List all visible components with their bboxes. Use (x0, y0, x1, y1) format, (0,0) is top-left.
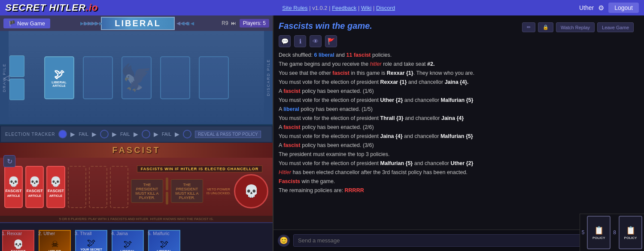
policy-card-right-icon: 📋 (626, 226, 635, 235)
feedback-link[interactable]: Feedback (332, 5, 356, 11)
liberal-role-icon-4: 🕊 (124, 239, 132, 249)
toolbar: 🏴 New Game ▶▶▶▶ LIBERAL ◀◀◀ R9 ⏭ Players… (0, 15, 273, 31)
policy-card-right-label: POLICY (624, 236, 637, 240)
new-game-button[interactable]: 🏴 New Game (3, 18, 50, 28)
round-info: R9 ⏭ (222, 20, 236, 26)
emoji-button[interactable]: 😊 (278, 235, 290, 247)
discord-link[interactable]: Discord (376, 5, 395, 11)
log-line-10: You must vote for the election of presid… (279, 132, 639, 141)
eye-icon[interactable]: 👁 (310, 35, 322, 47)
liberal-slot-5 (199, 56, 229, 99)
leave-game-button[interactable]: Leave Game (597, 22, 634, 32)
discard-pile-label: DISCARD PILE (266, 59, 270, 96)
site-rules-link[interactable]: Site Rules (282, 5, 307, 11)
draw-card-2 (9, 79, 24, 100)
chat-bubble-icon[interactable]: 💬 (279, 35, 291, 47)
site-logo: SECRET HITLER.io (5, 2, 98, 13)
liberal-policy-1: 🕊 LIBERAL ARTICLE (44, 56, 74, 99)
player-number-5: 5. Malfuric (148, 231, 170, 236)
skip-icon[interactable]: ⏭ (231, 20, 236, 26)
fascist-board: FASCIST 💀 FASCIST ARTICLE 💀 FASCIST ARTI… (0, 143, 273, 222)
game-log: Fascists win the game. 💬 ℹ 👁 🚩 ✏ 🔒 Watch… (273, 15, 644, 230)
log-icon-bar: 💬 ℹ 👁 🚩 (279, 35, 639, 47)
tracker-arrow-2: ▶ (92, 131, 97, 138)
fascist-label-2: FASCIST (27, 189, 43, 193)
fascist-footer: 5 OR 6 PLAYERS: PLAY WITH 1 FASCISTS AND… (0, 216, 273, 222)
fascist-policy-2: 💀 FASCIST ARTICLE (25, 166, 44, 208)
tracker-dot-2 (100, 130, 109, 138)
log-line-3: You see that the other fascist in this g… (279, 69, 639, 77)
tracker-dots: ▶ FAIL ▶ ▶ FAIL ▶ ▶ FAIL ▶ (58, 130, 191, 138)
policy-card-left-label: POLICY (592, 236, 605, 240)
log-line-1: Deck shuffled: 6 liberal and 11 fascist … (279, 51, 639, 59)
fascist-win-condition: FASCISTS WIN IF HITLER IS ELECTED CHANCE… (137, 165, 263, 172)
wiki-link[interactable]: Wiki (361, 5, 372, 11)
liberal-card-sublabel: ARTICLE (52, 84, 65, 87)
liberal-policy-slots: 🕊 LIBERAL ARTICLE (42, 56, 231, 99)
liberal-role-icon-3: 🕊 (87, 238, 96, 248)
fascist-board-title: FASCIST (0, 143, 273, 158)
draw-card-1 (9, 55, 24, 77)
log-line-5: A fascist policy has been enacted. (1/6) (279, 87, 639, 95)
chat-message-input[interactable] (293, 234, 608, 247)
log-line-11: A fascist policy has been enacted. (3/6) (279, 141, 639, 150)
log-line-7: A liberal policy has been enacted. (1/5) (279, 105, 639, 113)
policy-count-left: 5 (582, 230, 585, 236)
settings-icon[interactable]: ⚙ (598, 4, 604, 12)
version-text: v1.0.2 (312, 5, 327, 11)
fascist-label-3: FASCIST (48, 189, 64, 193)
policy-count-right: 8 (613, 230, 616, 236)
players-count: Players: 5 (240, 19, 269, 28)
tracker-arrow-5: ▶ (154, 131, 158, 138)
draw-stack (9, 55, 24, 100)
player-item-5: 5. Malfuric 🕊 LIBERAL (146, 230, 182, 251)
tracker-arrow-4: ▶ (134, 131, 138, 138)
fascist-slot-5 (89, 166, 107, 208)
logout-button[interactable]: Logout (608, 3, 639, 13)
tracker-arrow-6: ▶ (175, 131, 179, 138)
player-item-4: 4. Jaina 🕊 LIBERAL (109, 230, 146, 251)
fascist-policy-1: 💀 FASCIST ARTICLE (4, 166, 23, 208)
player-number-3: 3. Thrall (75, 231, 92, 236)
log-line-8: You must vote for the election of presid… (279, 114, 639, 122)
tracker-arrow-3: ▶ (112, 131, 117, 138)
player-item-3: 3. Thrall 🕊 YOUR SECRET ROLE (73, 230, 109, 251)
logo-suffix: .io (86, 2, 98, 13)
log-line-16: The remaining policies are: RRRRR (279, 186, 639, 195)
liberal-slot-3 (122, 56, 152, 99)
election-tracker: ELECTION TRACKER ▶ FAIL ▶ ▶ FAIL ▶ ▶ FAI… (0, 126, 273, 143)
election-tracker-label: ELECTION TRACKER (5, 132, 55, 137)
lock-icon[interactable]: 🔒 (538, 22, 553, 32)
game-panel: 🏴 New Game ▶▶▶▶ LIBERAL ◀◀◀ R9 ⏭ Players… (0, 15, 273, 251)
player-role-4: LIBERAL (120, 249, 135, 251)
player-list: 1. Rexxar 💀 FASCIST 2. Uther ☠ HITLER 3.… (0, 222, 273, 251)
player-number-1: 1. Rexxar (2, 231, 22, 236)
liberal-card-label: LIBERAL (52, 80, 67, 84)
info-icon[interactable]: ℹ (294, 35, 306, 47)
edit-icon[interactable]: ✏ (522, 22, 535, 32)
header-right: Uther ⚙ Logout (579, 3, 639, 13)
log-line-15: Fascists win the game. (279, 177, 639, 186)
fascist-slot-4 (68, 166, 86, 208)
policy-card-left: 📋 POLICY (587, 216, 611, 249)
username-display: Uther (579, 4, 594, 11)
player-role-1: FASCIST (11, 249, 26, 251)
reveal-policy-button[interactable]: REVEAL & PASS TOP POLICY (195, 131, 261, 138)
player-number-2: 2. Uther (38, 231, 55, 236)
fascist-slot-6 (110, 166, 128, 208)
player-role-3: YOUR SECRET ROLE (76, 248, 106, 251)
bird-icon: 🕊 (54, 68, 64, 80)
player-number-4: 4. Jaina (111, 231, 128, 236)
watch-replay-button[interactable]: Watch Replay (556, 22, 595, 32)
flag-icon-log[interactable]: 🚩 (325, 35, 337, 47)
log-line-13: You must vote for the election of presid… (279, 159, 639, 168)
player-role-2: HITLER (49, 249, 61, 251)
player-item-2: 2. Uther ☠ HITLER (36, 230, 73, 251)
refresh-button[interactable]: ↻ (3, 155, 15, 167)
veto-text: VETO POWER IS UNLOCKED. (206, 187, 231, 195)
player-role-5: LIBERAL (157, 249, 172, 251)
main-layout: 🏴 New Game ▶▶▶▶ LIBERAL ◀◀◀ R9 ⏭ Players… (0, 15, 644, 251)
nav-left-arrow[interactable]: ◁ (3, 73, 9, 83)
tracker-arrow-1: ▶ (70, 131, 75, 138)
fail-label-2: FAIL (120, 132, 130, 137)
